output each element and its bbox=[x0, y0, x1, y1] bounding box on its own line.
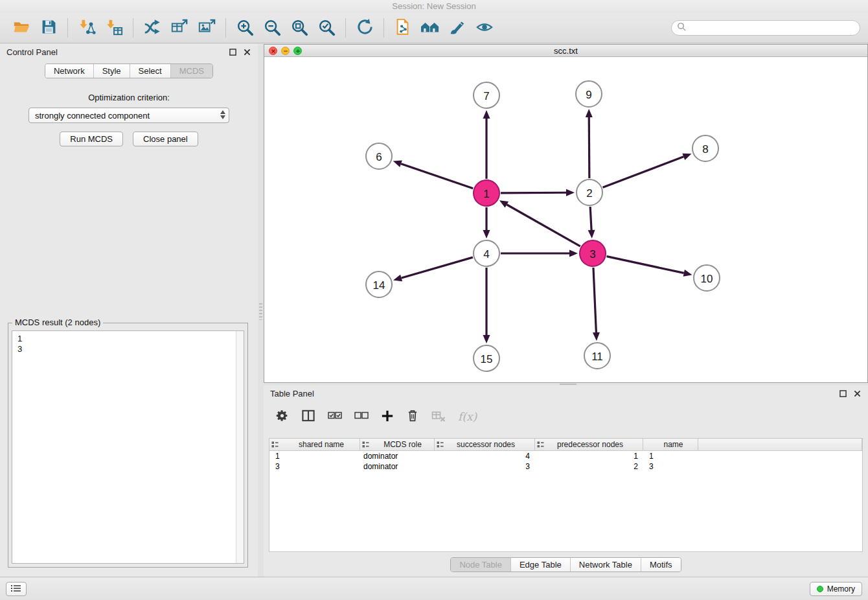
tab-motifs[interactable]: Motifs bbox=[641, 558, 681, 571]
toolbar-separator bbox=[383, 18, 384, 38]
graph-node-4[interactable]: 4 bbox=[474, 240, 499, 266]
graph-node-label: 1 bbox=[483, 188, 489, 200]
table-settings-button[interactable] bbox=[275, 409, 289, 424]
minimize-window-icon[interactable] bbox=[281, 47, 290, 55]
delete-table-button[interactable] bbox=[431, 410, 446, 424]
graph-edge[interactable] bbox=[401, 164, 473, 189]
graph-edge-arrowhead bbox=[393, 160, 402, 167]
table-panel-header: Table Panel bbox=[264, 386, 868, 401]
export-image-button[interactable] bbox=[193, 15, 220, 41]
vertical-splitter[interactable] bbox=[258, 44, 264, 577]
column-header-predecessor-nodes[interactable]: predecessor nodes bbox=[535, 439, 643, 450]
graph-node-11[interactable]: 11 bbox=[584, 343, 610, 369]
graph-node-1[interactable]: 1 bbox=[474, 180, 499, 206]
network-canvas[interactable]: 7968124314101511 bbox=[264, 57, 867, 382]
tab-network[interactable]: Network bbox=[45, 64, 93, 78]
style-brush-button[interactable] bbox=[444, 15, 471, 41]
tab-network-table[interactable]: Network Table bbox=[570, 558, 641, 571]
show-panels-button[interactable] bbox=[6, 582, 27, 596]
apply-layout-button[interactable] bbox=[351, 15, 378, 41]
cell-successor-nodes: 3 bbox=[435, 461, 535, 472]
graph-node-15[interactable]: 15 bbox=[474, 345, 499, 371]
graph-node-9[interactable]: 9 bbox=[576, 81, 602, 107]
export-image-icon bbox=[197, 18, 216, 38]
graph-node-label: 10 bbox=[701, 273, 713, 285]
tab-select[interactable]: Select bbox=[130, 64, 170, 78]
graph-node-3[interactable]: 3 bbox=[580, 240, 606, 266]
save-session-icon bbox=[40, 18, 58, 38]
graph-node-14[interactable]: 14 bbox=[366, 271, 392, 297]
cell-successor-nodes: 4 bbox=[435, 451, 535, 461]
search-input[interactable] bbox=[687, 23, 854, 32]
column-header-mcds-role[interactable]: MCDS role bbox=[360, 439, 435, 450]
graph-edge[interactable] bbox=[593, 268, 596, 332]
tab-edge-table[interactable]: Edge Table bbox=[510, 558, 570, 571]
graph-edge[interactable] bbox=[501, 192, 566, 193]
graph-edge[interactable] bbox=[507, 205, 580, 246]
graph-edge-arrowhead bbox=[588, 230, 595, 238]
export-table-button[interactable] bbox=[166, 15, 193, 41]
graph-edge[interactable] bbox=[402, 257, 473, 278]
optimization-criterion-label: Optimization criterion: bbox=[0, 93, 258, 102]
copy-network-button[interactable] bbox=[389, 15, 417, 41]
add-column-button[interactable] bbox=[381, 410, 394, 424]
import-network-button[interactable] bbox=[73, 15, 100, 41]
home-network-button[interactable] bbox=[417, 15, 444, 41]
column-header-name[interactable]: name bbox=[643, 439, 698, 450]
select-all-rows-button[interactable] bbox=[328, 411, 342, 422]
main-toolbar bbox=[0, 13, 868, 43]
close-window-icon[interactable] bbox=[269, 47, 277, 55]
memory-status-icon bbox=[817, 586, 823, 592]
splitter-grip[interactable] bbox=[259, 303, 262, 320]
column-header-shared-name[interactable]: shared name bbox=[269, 439, 360, 450]
tab-style[interactable]: Style bbox=[93, 64, 130, 78]
float-panel-icon[interactable] bbox=[228, 47, 237, 56]
graph-node-8[interactable]: 8 bbox=[692, 135, 718, 161]
mcds-result-item[interactable]: 3 bbox=[12, 344, 244, 354]
zoom-fit-button[interactable] bbox=[286, 15, 313, 41]
graph-node-2[interactable]: 2 bbox=[577, 179, 602, 205]
run-mcds-button[interactable]: Run MCDS bbox=[60, 132, 123, 146]
graph-node-10[interactable]: 10 bbox=[694, 265, 720, 291]
import-table-icon bbox=[104, 18, 124, 38]
show-columns-button[interactable] bbox=[301, 409, 315, 424]
graph-edge-arrowhead bbox=[483, 230, 490, 238]
zoom-out-button[interactable] bbox=[258, 15, 286, 41]
zoom-in-button[interactable] bbox=[231, 15, 258, 41]
delete-column-button[interactable] bbox=[406, 409, 419, 424]
column-header-successor-nodes[interactable]: successor nodes bbox=[435, 439, 535, 450]
tab-mcds[interactable]: MCDS bbox=[170, 64, 212, 78]
tab-node-table[interactable]: Node Table bbox=[451, 558, 510, 571]
new-network-button[interactable] bbox=[139, 15, 166, 41]
graph-edge[interactable] bbox=[607, 257, 684, 273]
control-panel-header: Control Panel bbox=[0, 44, 258, 60]
memory-button[interactable]: Memory bbox=[810, 582, 862, 596]
mcds-result-item[interactable]: 1 bbox=[12, 331, 244, 344]
show-graphics-button[interactable] bbox=[471, 15, 498, 41]
close-panel-button[interactable]: Close panel bbox=[133, 132, 198, 146]
graph-node-7[interactable]: 7 bbox=[474, 82, 499, 108]
zoom-selected-button[interactable] bbox=[313, 15, 340, 41]
table-row[interactable]: 3 dominator 3 2 3 bbox=[269, 461, 862, 472]
function-builder-button[interactable]: f(x) bbox=[458, 410, 477, 423]
open-session-button[interactable] bbox=[8, 15, 35, 41]
table-row[interactable]: 1 dominator 4 1 1 bbox=[269, 451, 862, 461]
deselect-all-rows-button[interactable] bbox=[354, 411, 369, 422]
close-panel-icon[interactable] bbox=[852, 389, 862, 398]
copy-network-icon bbox=[394, 17, 412, 38]
graph-edge[interactable] bbox=[603, 157, 684, 187]
cell-filler bbox=[698, 461, 862, 472]
splitter-grip[interactable] bbox=[560, 384, 577, 385]
import-table-button[interactable] bbox=[100, 15, 128, 41]
graph-edge[interactable] bbox=[589, 117, 589, 178]
close-panel-icon[interactable] bbox=[242, 47, 251, 56]
graph-edge[interactable] bbox=[590, 207, 591, 230]
graph-node-6[interactable]: 6 bbox=[366, 143, 392, 169]
graph-edge-arrowhead bbox=[569, 250, 578, 257]
result-scrollbar[interactable] bbox=[236, 331, 244, 563]
float-panel-icon[interactable] bbox=[838, 389, 847, 398]
zoom-window-icon[interactable] bbox=[293, 47, 302, 55]
optimization-criterion-select[interactable]: strongly connected component bbox=[29, 108, 229, 123]
cell-predecessor-nodes: 2 bbox=[535, 461, 643, 472]
save-session-button[interactable] bbox=[35, 15, 62, 41]
